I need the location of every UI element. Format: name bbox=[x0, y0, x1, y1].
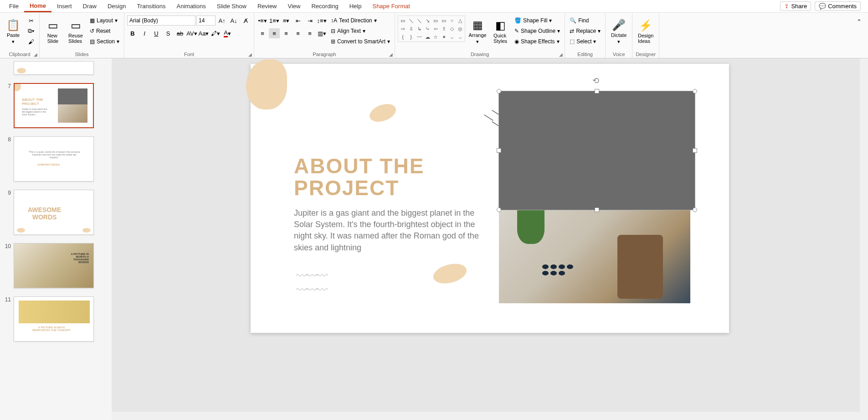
shapes-gallery[interactable]: ▭ ＼ ＼ ↘ ▭ ▭ ○ △ ⇨ ⇩ ↳ ⤷ ⇦ ⇧ ◇ ◎ { } 〰 ☁ bbox=[398, 16, 465, 42]
resize-handle-ml[interactable] bbox=[497, 148, 501, 153]
highlight-button[interactable]: 🖍▾ bbox=[210, 28, 221, 38]
format-painter-button[interactable]: 🖌 bbox=[26, 36, 36, 47]
replace-button[interactable]: ⇄Replace ▾ bbox=[568, 26, 602, 36]
shape-sun[interactable]: ✦ bbox=[440, 33, 447, 41]
slide-body-text[interactable]: Jupiter is a gas giant and the biggest p… bbox=[294, 207, 485, 254]
collapse-ribbon-button[interactable]: ⌃ bbox=[853, 16, 864, 26]
shape-callout[interactable]: ◎ bbox=[457, 25, 464, 32]
decrease-indent-button[interactable]: ⇤ bbox=[293, 16, 303, 26]
decrease-font-button[interactable]: A↓ bbox=[228, 16, 239, 26]
tab-file[interactable]: File bbox=[4, 1, 24, 11]
slide-canvas[interactable]: 〰〰〰〰〰〰 ╲ ╲ ╲ ╲ ╲ ABOUT THE PROJECT Jupit… bbox=[251, 64, 729, 333]
shape-conn2[interactable]: ⤷ bbox=[424, 25, 431, 32]
design-ideas-button[interactable]: ⚡Design Ideas bbox=[635, 16, 656, 47]
slide-thumbnail-11[interactable]: A PICTURE ALWAYS REINFORCES THE CONCEPT bbox=[14, 296, 94, 342]
slide-title[interactable]: ABOUT THE PROJECT bbox=[294, 155, 424, 199]
select-button[interactable]: ⬚Select ▾ bbox=[568, 36, 602, 47]
layout-button[interactable]: ▦Layout ▾ bbox=[88, 16, 121, 26]
shape-diamond[interactable]: ◇ bbox=[448, 25, 456, 32]
resize-handle-br[interactable] bbox=[693, 207, 697, 212]
tab-design[interactable]: Design bbox=[102, 1, 131, 11]
justify-button[interactable]: ≡ bbox=[293, 28, 303, 38]
reset-button[interactable]: ↺Reset bbox=[88, 26, 121, 36]
tab-draw[interactable]: Draw bbox=[77, 1, 102, 11]
strikethrough-button[interactable]: ab bbox=[175, 28, 185, 38]
change-case-button[interactable]: Aa▾ bbox=[198, 28, 209, 38]
shape-rect2[interactable]: ▭ bbox=[432, 17, 439, 24]
columns-button[interactable]: ▥▾ bbox=[316, 28, 327, 38]
selected-rectangle-shape[interactable]: ⟲ bbox=[499, 91, 695, 210]
horizontal-scrollbar[interactable] bbox=[112, 412, 868, 420]
clear-formatting-button[interactable]: A̸ bbox=[240, 16, 251, 26]
resize-handle-tm[interactable] bbox=[595, 89, 599, 93]
font-launcher[interactable]: ◢ bbox=[248, 52, 252, 57]
char-spacing-button[interactable]: AV▾ bbox=[186, 28, 197, 38]
tab-recording[interactable]: Recording bbox=[306, 1, 344, 11]
tab-view[interactable]: View bbox=[282, 1, 306, 11]
font-size-input[interactable] bbox=[196, 16, 216, 26]
distributed-button[interactable]: ≡ bbox=[304, 28, 315, 38]
shape-line2[interactable]: ＼ bbox=[416, 17, 423, 24]
shape-arrow-u[interactable]: ⇧ bbox=[440, 25, 447, 32]
tab-help[interactable]: Help bbox=[344, 1, 367, 11]
section-button[interactable]: ▤Section ▾ bbox=[88, 36, 121, 47]
paragraph-launcher[interactable]: ◢ bbox=[389, 52, 393, 57]
share-button[interactable]: ⇪Share bbox=[780, 1, 811, 11]
slide-editor-area[interactable]: 〰〰〰〰〰〰 ╲ ╲ ╲ ╲ ╲ ABOUT THE PROJECT Jupit… bbox=[112, 58, 868, 420]
shape-rect3[interactable]: ▭ bbox=[440, 17, 447, 24]
slide-thumbnail-9[interactable]: AWESOME WORDS bbox=[14, 190, 94, 235]
shadow-button[interactable]: S bbox=[163, 28, 174, 38]
tab-shape-format[interactable]: Shape Format bbox=[367, 1, 415, 11]
find-button[interactable]: 🔍Find bbox=[568, 16, 602, 26]
slide-thumbnail-8[interactable]: "This is a quote, words full of wisdom t… bbox=[14, 136, 94, 181]
align-text-button[interactable]: ⊟Align Text ▾ bbox=[329, 26, 392, 36]
shape-line[interactable]: ＼ bbox=[407, 17, 415, 24]
shape-cloud[interactable]: ☁ bbox=[424, 33, 431, 41]
rotate-handle[interactable]: ⟲ bbox=[592, 76, 599, 86]
shape-more1[interactable]: ⌵ bbox=[448, 33, 456, 41]
tab-insert[interactable]: Insert bbox=[51, 1, 77, 11]
italic-button[interactable]: I bbox=[139, 28, 150, 38]
arrange-button[interactable]: ▦Arrange▾ bbox=[467, 16, 488, 47]
shape-arrow-r[interactable]: ⇨ bbox=[399, 25, 406, 32]
list-level-button[interactable]: ≡▾ bbox=[281, 16, 292, 26]
resize-handle-bm[interactable] bbox=[595, 207, 599, 212]
quick-styles-button[interactable]: ◧Quick Styles bbox=[490, 16, 511, 47]
paste-button[interactable]: 📋Paste▾ bbox=[3, 16, 24, 47]
bold-button[interactable]: B bbox=[127, 28, 138, 38]
slide-thumbnail-10[interactable]: A PICTURE IS WORTH A THOUSAND WORDS bbox=[14, 243, 94, 288]
shape-conn1[interactable]: ↳ bbox=[416, 25, 423, 32]
text-direction-button[interactable]: ↕AText Direction ▾ bbox=[329, 16, 392, 26]
align-left-button[interactable]: ≡ bbox=[257, 28, 268, 38]
slide-photo[interactable] bbox=[499, 207, 690, 303]
shape-wave[interactable]: 〰 bbox=[416, 33, 423, 41]
comments-button[interactable]: 💬Comments bbox=[815, 1, 861, 11]
numbering-button[interactable]: 1≡▾ bbox=[269, 16, 280, 26]
shape-outline-button[interactable]: ✎Shape Outline ▾ bbox=[513, 26, 562, 36]
new-slide-button[interactable]: ▭New Slide bbox=[42, 16, 63, 47]
drawing-launcher[interactable]: ◢ bbox=[559, 52, 563, 57]
line-spacing-button[interactable]: ↕≡▾ bbox=[316, 16, 327, 26]
slide-thumbnails-panel[interactable]: 7 ABOUT THE PROJECT Jupiter is a gas gia… bbox=[0, 58, 112, 420]
resize-handle-mr[interactable] bbox=[693, 148, 697, 153]
reuse-slides-button[interactable]: ▭Reuse Slides bbox=[65, 16, 86, 47]
font-name-input[interactable] bbox=[127, 16, 195, 26]
align-center-button[interactable]: ≡ bbox=[269, 28, 280, 38]
shape-star[interactable]: ☆ bbox=[432, 33, 439, 41]
cut-button[interactable]: ✂ bbox=[26, 16, 36, 26]
underline-button[interactable]: U bbox=[151, 28, 162, 38]
tab-review[interactable]: Review bbox=[252, 1, 282, 11]
dictate-button[interactable]: 🎤Dictate▾ bbox=[608, 16, 629, 47]
copy-button[interactable]: ⧉▾ bbox=[26, 26, 36, 36]
resize-handle-tl[interactable] bbox=[497, 89, 501, 93]
shape-arrow[interactable]: ↘ bbox=[424, 17, 431, 24]
shape-fill-button[interactable]: 🪣Shape Fill ▾ bbox=[513, 16, 562, 26]
bullets-button[interactable]: •≡▾ bbox=[257, 16, 268, 26]
shape-rectangle[interactable]: ▭ bbox=[399, 17, 406, 24]
resize-handle-bl[interactable] bbox=[497, 207, 501, 212]
increase-font-button[interactable]: A↑ bbox=[216, 16, 227, 26]
clipboard-launcher[interactable]: ◢ bbox=[34, 52, 37, 57]
shape-more2[interactable]: ⌵ bbox=[457, 33, 464, 41]
shape-arrow-d[interactable]: ⇩ bbox=[407, 25, 415, 32]
vertical-scrollbar[interactable] bbox=[860, 58, 868, 412]
